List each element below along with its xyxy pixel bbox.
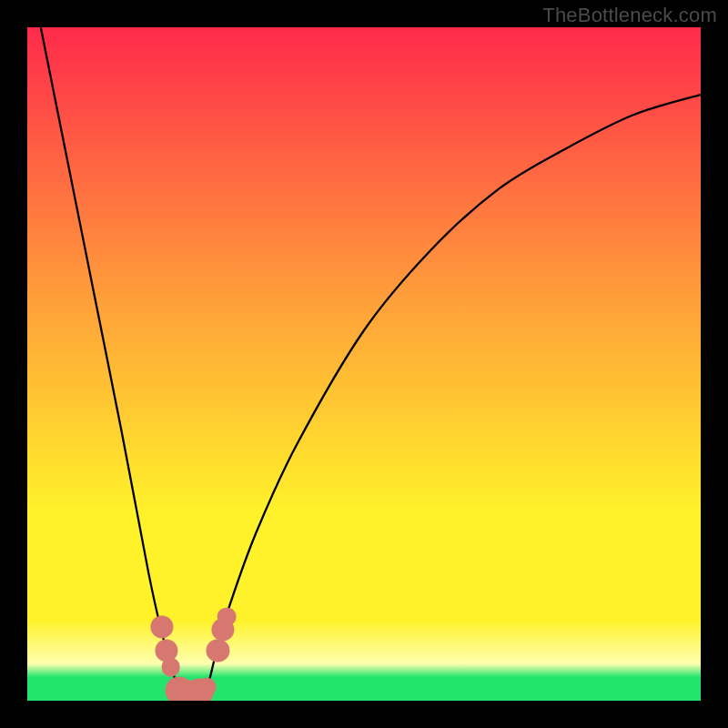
watermark-text: TheBottleneck.com (542, 4, 717, 27)
data-bead (161, 658, 180, 677)
bottleneck-curve (27, 27, 701, 701)
data-bead (197, 678, 216, 697)
plot-frame (27, 27, 701, 701)
curve-path (41, 27, 701, 698)
data-bead (217, 607, 237, 626)
